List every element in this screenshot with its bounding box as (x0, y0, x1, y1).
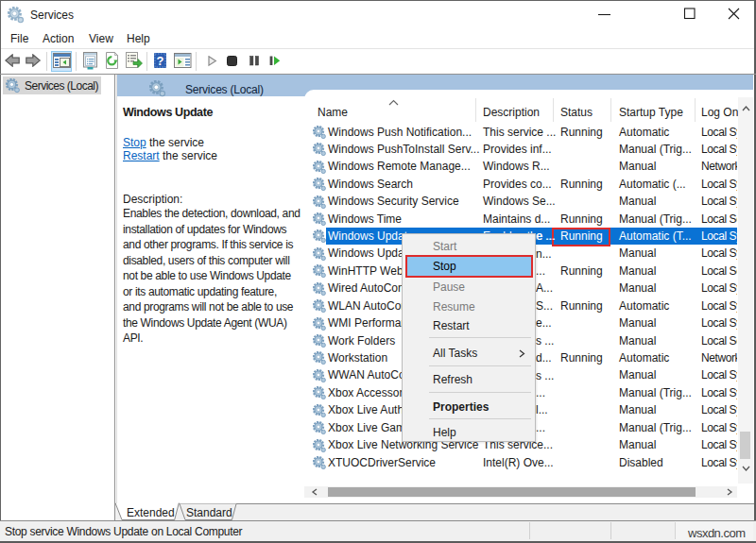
svg-text:?: ? (157, 54, 164, 68)
